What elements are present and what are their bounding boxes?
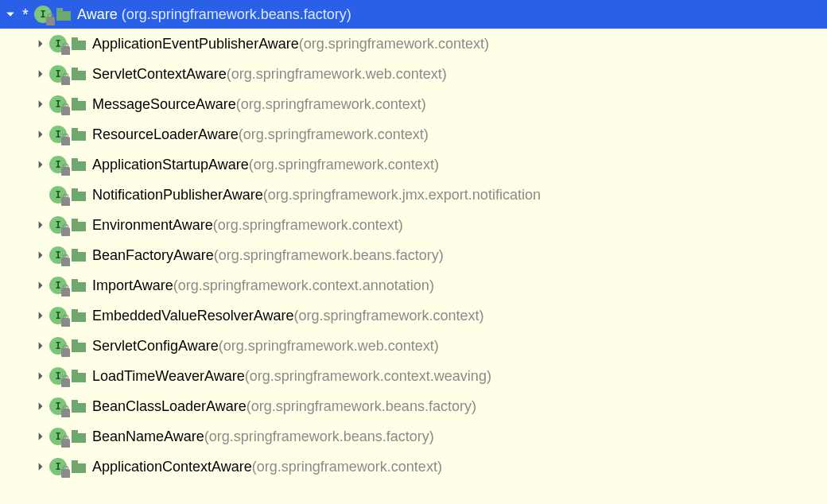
tree-node[interactable]: IBeanClassLoaderAware (org.springframewo… — [0, 391, 827, 421]
tree-node[interactable]: IEmbeddedValueResolverAware (org.springf… — [0, 300, 827, 331]
svg-rect-11 — [72, 158, 78, 162]
tree-node[interactable]: IBeanNameAware (org.springframework.bean… — [0, 421, 827, 452]
interface-icon: I — [49, 428, 67, 445]
node-package-name: (org.springframework.context) — [299, 36, 489, 52]
svg-rect-30 — [72, 463, 86, 473]
svg-rect-5 — [72, 68, 78, 72]
interface-icon: I — [49, 65, 67, 83]
package-icon — [72, 249, 86, 262]
node-class-name: ApplicationContextAware — [92, 459, 252, 475]
node-class-name: ImportAware — [92, 277, 173, 294]
tree-node[interactable]: IServletConfigAware (org.springframework… — [0, 331, 827, 361]
tree-node[interactable]: IImportAware (org.springframework.contex… — [0, 270, 827, 300]
svg-rect-31 — [72, 460, 78, 464]
node-class-name: BeanClassLoaderAware — [92, 398, 247, 415]
node-package-name: (org.springframework.context.annotation) — [173, 277, 434, 294]
svg-rect-15 — [72, 219, 78, 223]
interface-icon: I — [49, 277, 67, 294]
interface-icon: I — [49, 95, 67, 113]
svg-rect-8 — [72, 131, 86, 141]
svg-rect-6 — [72, 101, 86, 110]
chevron-right-icon[interactable] — [33, 248, 48, 262]
tree-node[interactable]: IEnvironmentAware (org.springframework.c… — [0, 210, 827, 240]
star-icon: * — [19, 6, 32, 22]
tree-node[interactable]: IBeanFactoryAware (org.springframework.b… — [0, 240, 827, 270]
svg-rect-13 — [72, 188, 78, 192]
svg-rect-9 — [72, 128, 78, 132]
node-class-name: LoadTimeWeaverAware — [92, 368, 245, 385]
package-icon — [72, 279, 86, 292]
interface-icon: I — [49, 126, 67, 143]
node-class-name: BeanNameAware — [92, 428, 204, 445]
interface-icon: I — [34, 6, 52, 23]
interface-icon: I — [49, 367, 67, 385]
svg-rect-27 — [72, 400, 78, 404]
node-class-name: ServletContextAware — [92, 66, 227, 83]
svg-rect-23 — [72, 339, 78, 343]
chevron-right-icon[interactable] — [33, 37, 48, 51]
tree-node[interactable]: IResourceLoaderAware (org.springframewor… — [0, 119, 827, 149]
chevron-right-icon[interactable] — [33, 429, 48, 444]
interface-icon: I — [49, 397, 67, 415]
tree-node[interactable]: IMessageSourceAware (org.springframework… — [0, 89, 827, 119]
chevron-right-icon[interactable] — [33, 308, 48, 323]
tree-node[interactable]: IServletContextAware (org.springframewor… — [0, 59, 827, 89]
node-class-name: MessageSourceAware — [92, 96, 236, 113]
svg-rect-17 — [72, 249, 78, 253]
interface-icon: I — [49, 458, 67, 475]
chevron-right-icon[interactable] — [33, 157, 48, 172]
package-icon — [72, 460, 86, 473]
tree-node[interactable]: IApplicationStartupAware (org.springfram… — [0, 149, 827, 180]
package-icon — [72, 219, 86, 231]
svg-rect-20 — [72, 312, 86, 322]
svg-rect-2 — [72, 41, 86, 50]
svg-rect-3 — [72, 37, 78, 41]
node-package-name: (org.springframework.web.context) — [219, 338, 439, 355]
chevron-right-icon[interactable] — [33, 67, 48, 81]
svg-rect-4 — [72, 71, 86, 80]
chevron-right-icon[interactable] — [33, 278, 48, 293]
node-package-name: (org.springframework.context) — [294, 308, 484, 324]
chevron-right-icon[interactable] — [33, 218, 48, 232]
svg-rect-16 — [72, 252, 86, 262]
node-package-name: (org.springframework.context) — [239, 126, 429, 143]
svg-rect-22 — [72, 343, 86, 352]
tree-node[interactable]: INotificationPublisherAware (org.springf… — [0, 180, 827, 210]
svg-rect-12 — [72, 192, 86, 201]
type-hierarchy-tree: * I Aware (org.springframework.beans.fac… — [0, 0, 827, 482]
interface-icon: I — [49, 35, 67, 52]
svg-rect-14 — [72, 222, 86, 231]
tree-node[interactable]: IApplicationContextAware (org.springfram… — [0, 452, 827, 482]
chevron-down-icon[interactable] — [3, 7, 17, 21]
chevron-right-icon[interactable] — [33, 97, 48, 111]
interface-icon: I — [49, 216, 67, 234]
svg-rect-19 — [72, 279, 78, 283]
svg-rect-7 — [72, 98, 78, 102]
svg-rect-25 — [72, 370, 78, 374]
tree-node[interactable]: ILoadTimeWeaverAware (org.springframewor… — [0, 361, 827, 391]
node-package-name: (org.springframework.beans.factory) — [214, 247, 444, 264]
package-icon — [72, 309, 86, 322]
node-package-name: (org.springframework.context) — [249, 157, 439, 173]
node-package-name: (org.springframework.beans.factory) — [204, 428, 434, 445]
svg-rect-10 — [72, 161, 86, 171]
chevron-right-icon[interactable] — [33, 459, 48, 474]
node-class-name: BeanFactoryAware — [92, 247, 214, 264]
chevron-right-icon[interactable] — [33, 399, 48, 413]
interface-icon: I — [49, 156, 67, 173]
node-package-name: (org.springframework.web.context) — [227, 66, 447, 83]
chevron-right-icon[interactable] — [33, 339, 48, 353]
svg-rect-24 — [72, 373, 86, 382]
chevron-right-icon[interactable] — [33, 369, 48, 383]
package-icon — [72, 37, 86, 50]
node-package-name: (org.springframework.context) — [236, 96, 426, 113]
node-package-name: (org.springframework.context.weaving) — [245, 368, 491, 385]
svg-rect-0 — [56, 11, 71, 21]
node-class-name: EnvironmentAware — [92, 217, 213, 234]
interface-icon: I — [49, 337, 67, 355]
tree-node[interactable]: IApplicationEventPublisherAware (org.spr… — [0, 29, 827, 59]
chevron-right-icon[interactable] — [33, 127, 48, 142]
package-icon — [72, 98, 86, 110]
tree-node-root[interactable]: * I Aware (org.springframework.beans.fac… — [0, 0, 827, 29]
node-class-name: Aware — [77, 6, 118, 23]
